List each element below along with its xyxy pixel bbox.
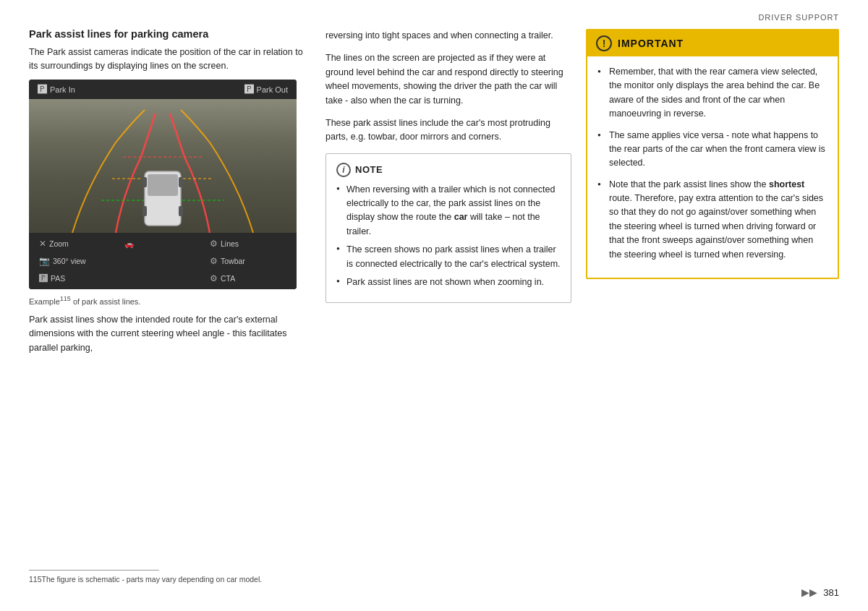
center-placeholder [120,253,205,269]
page-footer: 115The figure is schematic - parts may v… [0,570,868,611]
mid-para3: These park assist lines include the car'… [326,116,571,145]
mid-para1: reversing into tight spaces and when con… [326,29,571,43]
zoom-icon: ✕ [39,239,46,249]
svg-rect-8 [142,206,147,216]
left-body-text: Park assist lines show the intended rout… [29,313,311,355]
note-list: When reversing with a trailer which is n… [336,183,561,290]
zoom-button[interactable]: ✕ Zoom [35,236,120,252]
section-title: Park assist lines for parking camera [29,27,311,41]
camera-view [29,99,297,233]
car-icon-center: 🚗 [120,236,205,252]
page-number: 381 [823,587,839,598]
note-title: NOTE [355,164,383,175]
note-item-3: Park assist lines are not shown when zoo… [336,275,561,289]
svg-rect-7 [179,177,183,187]
section-intro: The Park assist cameras indicate the pos… [29,46,311,73]
note-header: i NOTE [336,163,561,177]
cta-icon: ⚙ [210,273,218,283]
important-box: ! IMPORTANT Remember, that with the rear… [586,29,839,279]
park-lines-svg [29,99,297,233]
important-item-3: Note that the park assist lines show the… [597,178,827,262]
pas-button[interactable]: 🅿 PAS [35,270,120,286]
park-in-button[interactable]: 🅿 Park In [38,84,75,95]
page-content: Park assist lines for parking camera The… [0,27,868,355]
towbar-icon: ⚙ [210,256,218,266]
important-icon: ! [596,35,612,51]
park-out-button[interactable]: 🅿 Park Out [244,84,288,95]
lines-icon: ⚙ [210,239,218,249]
svg-rect-6 [142,177,147,187]
park-out-icon: 🅿 [244,84,254,95]
important-header: ! IMPORTANT [587,30,838,56]
important-item-2: The same applies vice versa - note what … [597,129,827,171]
note-box: i NOTE When reversing with a trailer whi… [326,153,571,304]
camera-bottom-bar: ✕ Zoom 🚗 ⚙ Lines 📷 360° view ⚙ Towbar [29,233,297,289]
park-in-icon: 🅿 [38,84,47,95]
important-body: Remember, that with the rear camera view… [587,56,838,278]
mid-para2: The lines on the screen are projected as… [326,51,571,108]
bottom-center-placeholder [120,270,205,286]
note-item-2: The screen shows no park assist lines wh… [336,243,561,271]
header-title: DRIVER SUPPORT [758,13,839,22]
svg-rect-5 [148,174,178,196]
360-view-button[interactable]: 📷 360° view [35,253,120,269]
camera-ui: 🅿 Park In 🅿 Park Out [29,80,297,289]
bold-car: car [454,212,468,222]
image-caption: Example115 of park assist lines. [29,295,311,306]
nav-arrows[interactable]: ▶▶ [801,586,817,598]
cta-button[interactable]: ⚙ CTA [205,270,291,286]
svg-rect-9 [179,206,183,216]
360-icon: 📷 [39,256,50,266]
pas-icon: 🅿 [39,273,48,283]
note-item-1: When reversing with a trailer which is n… [336,183,561,239]
important-item-1: Remember, that with the rear camera view… [597,65,827,121]
left-column: Park assist lines for parking camera The… [29,27,326,355]
page-number-row: ▶▶ 381 [29,586,839,598]
right-column: ! IMPORTANT Remember, that with the rear… [586,27,839,355]
towbar-button[interactable]: ⚙ Towbar [205,253,291,269]
bold-shortest: shortest [769,179,804,189]
footnote-divider [29,570,159,571]
important-title: IMPORTANT [618,38,684,49]
camera-top-bar: 🅿 Park In 🅿 Park Out [29,80,297,99]
lines-button[interactable]: ⚙ Lines [205,236,291,252]
note-icon: i [336,163,351,177]
important-list: Remember, that with the rear camera view… [597,65,827,262]
footnote-text: 115The figure is schematic - parts may v… [29,575,839,584]
page-header: DRIVER SUPPORT [0,0,868,27]
mid-column: reversing into tight spaces and when con… [326,27,586,355]
